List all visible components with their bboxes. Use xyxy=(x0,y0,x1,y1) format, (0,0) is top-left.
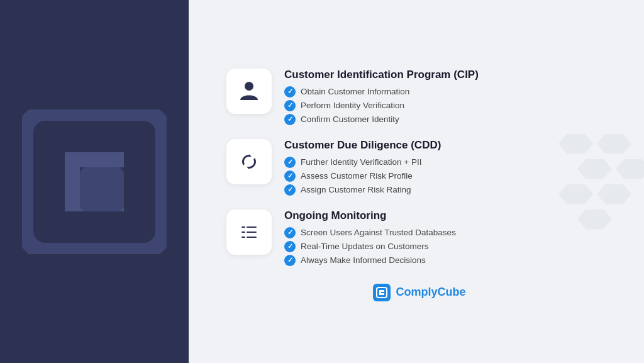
brand-logo-large xyxy=(22,109,167,254)
check-icon-8 xyxy=(284,241,296,252)
hex-shape xyxy=(597,134,631,154)
cdd-item-2-text: Assess Customer Risk Profile xyxy=(301,171,413,181)
hex-shape xyxy=(616,159,644,179)
monitoring-list: Screen Users Against Trusted Databases R… xyxy=(284,227,613,266)
right-panel: Customer Identification Program (CIP) Ob… xyxy=(189,50,644,314)
brand-logo-small xyxy=(373,284,391,301)
cdd-item-1-text: Further Identity Verification + PII xyxy=(301,157,421,167)
monitoring-card: ✓ ✓ ✓ Ongoing Monitoring Screen Users Ag… xyxy=(226,209,613,266)
monitoring-item-2: Real-Time Updates on Customers xyxy=(284,241,613,252)
cip-title: Customer Identification Program (CIP) xyxy=(284,69,613,81)
svg-rect-8 xyxy=(247,237,257,238)
cip-icon-box xyxy=(226,69,272,114)
cip-item-1-text: Obtain Customer Information xyxy=(301,87,409,96)
cip-item-2-text: Perform Identity Verification xyxy=(301,101,404,110)
check-icon-2 xyxy=(284,100,296,111)
bottom-brand: ComplyCube xyxy=(226,284,613,301)
cdd-card: Customer Due Diligence (CDD) Further Ide… xyxy=(226,139,613,196)
cip-item-1: Obtain Customer Information xyxy=(284,86,613,98)
cip-item-3: Confirm Customer Identity xyxy=(284,114,613,125)
check-icon-3 xyxy=(284,114,296,125)
monitoring-item-3-text: Always Make Informed Decisions xyxy=(301,255,426,265)
check-icon-1 xyxy=(284,86,296,98)
monitoring-icon-box: ✓ ✓ ✓ xyxy=(226,209,272,255)
monitoring-item-1-text: Screen Users Against Trusted Databases xyxy=(301,228,456,237)
hex-shape xyxy=(577,209,612,230)
hex-shape xyxy=(558,184,593,204)
svg-text:✓: ✓ xyxy=(242,225,244,228)
check-icon-7 xyxy=(284,227,296,238)
cip-content: Customer Identification Program (CIP) Ob… xyxy=(284,69,613,125)
check-icon-6 xyxy=(284,184,296,196)
svg-text:✓: ✓ xyxy=(242,235,244,238)
svg-text:✓: ✓ xyxy=(242,230,244,233)
cip-item-3-text: Confirm Customer Identity xyxy=(301,114,399,124)
check-icon-4 xyxy=(284,157,296,168)
person-icon xyxy=(238,80,260,103)
monitoring-item-2-text: Real-Time Updates on Customers xyxy=(301,242,429,251)
monitoring-item-3: Always Make Informed Decisions xyxy=(284,255,613,266)
brand-name-text: ComplyCube xyxy=(396,286,465,299)
svg-rect-12 xyxy=(377,288,387,298)
svg-rect-4 xyxy=(247,226,257,228)
svg-rect-1 xyxy=(80,167,124,211)
hex-decoration xyxy=(558,134,644,230)
svg-rect-6 xyxy=(247,232,257,233)
brand-icon xyxy=(376,287,387,298)
cdd-icon-box xyxy=(226,139,272,184)
hex-shape xyxy=(558,134,593,154)
svg-point-2 xyxy=(245,82,253,91)
check-icon-5 xyxy=(284,170,296,182)
hex-shape xyxy=(597,184,631,204)
arrows-icon xyxy=(238,150,260,173)
cdd-item-3-text: Assign Customer Risk Rating xyxy=(301,185,411,194)
cip-list: Obtain Customer Information Perform Iden… xyxy=(284,86,613,125)
left-panel xyxy=(0,0,189,363)
check-icon-9 xyxy=(284,255,296,266)
cip-item-2: Perform Identity Verification xyxy=(284,100,613,111)
cip-card: Customer Identification Program (CIP) Ob… xyxy=(226,69,613,125)
checklist-icon: ✓ ✓ ✓ xyxy=(238,221,260,243)
hex-shape xyxy=(577,159,612,179)
